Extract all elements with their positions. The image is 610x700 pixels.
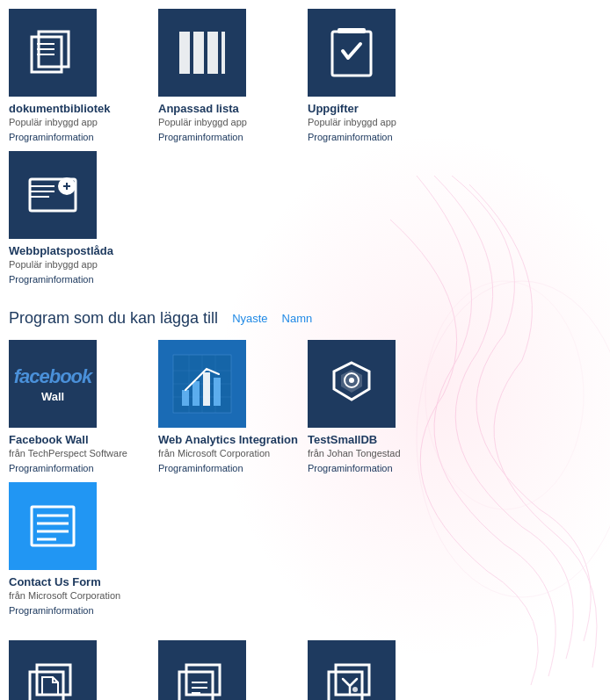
addable-section: facebook Wall Facebook Wall från TechPer… (9, 340, 601, 624)
app-name: Anpassad lista (158, 102, 299, 115)
app-tile-wiki-library[interactable] (308, 640, 396, 700)
app-link[interactable]: Programinformation (9, 463, 94, 473)
svg-point-49 (352, 687, 358, 692)
app-name: Web Analytics Integration (158, 433, 299, 446)
app-subtitle: Populär inbyggd app (158, 117, 299, 127)
app-webbplatspostlada: Webbplatspostlåda Populär inbyggd app Pr… (9, 151, 149, 286)
facebook-wall-label: Wall (14, 390, 92, 403)
app-link[interactable]: Programinformation (9, 132, 94, 142)
app-tile-web-analytics[interactable] (158, 340, 246, 428)
addable-apps-grid: facebook Wall Facebook Wall från TechPer… (9, 340, 601, 624)
app-dokumentbibliotek-top: dokumentbibliotek Populär inbyggd app Pr… (9, 9, 149, 144)
app-wiki-library: Wiki-sidbibliotek Programinformation (308, 640, 448, 700)
app-name: Webbplatspostlåda (9, 244, 149, 257)
app-testsmalldb: TestSmallDB från Johan Tongestad Program… (308, 340, 448, 475)
app-tile-dokumentbibliotek-lib[interactable] (9, 640, 97, 700)
svg-rect-7 (179, 32, 190, 74)
app-name: dokumentbibliotek (9, 102, 149, 115)
app-tile-uppgifter[interactable] (308, 9, 396, 97)
app-tile-webbplatspostlada[interactable] (9, 151, 97, 239)
addable-section-header: Program som du kan lägga till Nyaste Nam… (9, 309, 601, 328)
svg-rect-28 (192, 381, 200, 406)
app-link[interactable]: Programinformation (308, 132, 393, 142)
app-subtitle: Populär inbyggd app (9, 259, 149, 270)
app-subtitle: från TechPerspect Software (9, 448, 149, 458)
svg-rect-9 (207, 32, 218, 74)
app-name: Uppgifter (308, 102, 448, 115)
svg-rect-27 (182, 390, 189, 406)
app-web-analytics: Web Analytics Integration från Microsoft… (158, 340, 299, 475)
app-formularbibliotek: Formulärbibliotek Programinformation (158, 640, 299, 700)
app-name: Contact Us Form (9, 575, 149, 588)
app-name: TestSmallDB (308, 433, 448, 446)
app-subtitle: från Johan Tongestad (308, 448, 448, 458)
svg-rect-8 (193, 32, 204, 74)
addable-section-title: Program som du kan lägga till (9, 309, 218, 328)
sort-name-link[interactable]: Namn (282, 312, 313, 325)
app-tile-facebook-wall[interactable]: facebook Wall (9, 340, 97, 428)
app-tile-contact-us-form[interactable] (9, 482, 97, 570)
app-dokumentbibliotek-lib: dokumentbibliotek Programinformation (9, 640, 149, 700)
app-name: Facebook Wall (9, 433, 149, 446)
app-tile-dokumentbibliotek-top[interactable] (9, 9, 97, 97)
app-subtitle: Populär inbyggd app (9, 117, 149, 127)
app-tile-testsmalldb[interactable] (308, 340, 396, 428)
app-link[interactable]: Programinformation (9, 274, 94, 285)
libraries-section: dokumentbibliotek Programinformation For… (9, 640, 601, 700)
app-link[interactable]: Programinformation (9, 605, 94, 616)
libraries-apps-grid: dokumentbibliotek Programinformation For… (9, 640, 601, 700)
app-uppgifter: Uppgifter Populär inbyggd app Programinf… (308, 9, 448, 144)
app-anpassad-lista: Anpassad lista Populär inbyggd app Progr… (158, 9, 299, 144)
svg-rect-48 (336, 665, 369, 695)
app-subtitle: från Microsoft Corporation (158, 448, 299, 458)
sort-newest-link[interactable]: Nyaste (232, 312, 267, 325)
facebook-logo-text: facebook (14, 365, 92, 387)
svg-rect-29 (203, 372, 210, 406)
app-subtitle: Populär inbyggd app (308, 117, 448, 127)
app-tile-anpassad-lista[interactable] (158, 9, 246, 97)
builtin-apps-grid: dokumentbibliotek Populär inbyggd app Pr… (9, 9, 601, 293)
app-facebook-wall: facebook Wall Facebook Wall från TechPer… (9, 340, 149, 475)
app-tile-formularbibliotek[interactable] (158, 640, 246, 700)
app-link[interactable]: Programinformation (158, 463, 243, 473)
svg-rect-10 (221, 32, 225, 74)
svg-point-34 (349, 378, 354, 383)
facebook-tile-inner: facebook Wall (14, 365, 92, 403)
app-contact-us-form: Contact Us Form från Microsoft Corporati… (9, 482, 149, 617)
svg-rect-43 (186, 665, 220, 695)
svg-rect-30 (214, 378, 221, 406)
app-subtitle: från Microsoft Corporation (9, 590, 149, 601)
builtin-section: dokumentbibliotek Populär inbyggd app Pr… (9, 9, 601, 293)
app-link[interactable]: Programinformation (308, 463, 393, 473)
app-link[interactable]: Programinformation (158, 132, 243, 142)
